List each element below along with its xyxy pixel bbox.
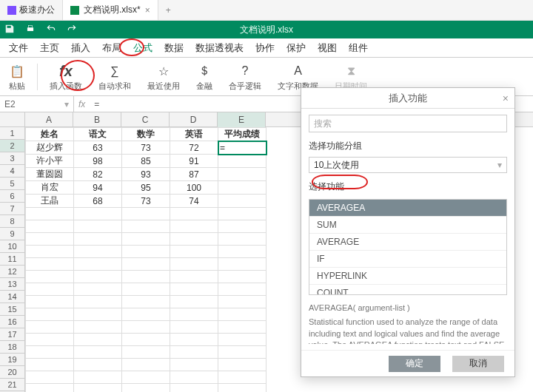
cell[interactable]: [218, 168, 266, 181]
function-item-average[interactable]: AVERAGE: [309, 234, 506, 251]
close-panel-icon[interactable]: ×: [503, 92, 509, 104]
cell[interactable]: [218, 258, 266, 271]
cell[interactable]: [218, 195, 266, 208]
cell[interactable]: [170, 271, 218, 283]
col-A[interactable]: A: [25, 112, 73, 127]
cell[interactable]: [74, 271, 122, 283]
cell[interactable]: 93: [122, 168, 170, 181]
cell[interactable]: 73: [122, 195, 170, 208]
cell[interactable]: [26, 346, 74, 359]
cell[interactable]: [74, 371, 122, 384]
cell[interactable]: [218, 220, 266, 233]
cell[interactable]: [26, 384, 74, 393]
cell[interactable]: [170, 359, 218, 371]
col-C[interactable]: C: [121, 112, 170, 127]
row-14[interactable]: 14: [0, 291, 24, 303]
cell[interactable]: 许小平: [26, 155, 74, 168]
document-tab[interactable]: 文档说明.xlsx* ×: [62, 0, 158, 20]
cell[interactable]: [218, 334, 266, 346]
cell[interactable]: [218, 155, 266, 168]
header-cell[interactable]: 平均成绩: [218, 128, 266, 141]
cell[interactable]: [122, 296, 170, 308]
header-cell[interactable]: 英语: [170, 128, 218, 141]
chevron-down-icon[interactable]: ▾: [64, 99, 69, 109]
recent-button[interactable]: ☆ 最近使用: [143, 61, 184, 92]
cell[interactable]: [26, 308, 74, 321]
cell[interactable]: 68: [74, 195, 122, 208]
name-box[interactable]: E2 ▾: [0, 96, 74, 112]
col-D[interactable]: D: [170, 112, 218, 127]
menu-collab[interactable]: 协作: [255, 41, 275, 55]
cell[interactable]: 74: [170, 195, 218, 208]
menu-formula[interactable]: 公式: [133, 41, 152, 55]
row-5[interactable]: 5: [0, 178, 24, 190]
cell[interactable]: [122, 271, 170, 283]
row-6[interactable]: 6: [0, 190, 24, 203]
cell[interactable]: [170, 321, 218, 334]
cell[interactable]: 肖宏: [26, 181, 74, 195]
cell[interactable]: [26, 220, 74, 233]
row-8[interactable]: 8: [0, 215, 24, 228]
cell[interactable]: [218, 246, 266, 258]
cell[interactable]: [26, 246, 74, 258]
cell[interactable]: [218, 181, 266, 195]
cell[interactable]: [26, 208, 74, 220]
row-3[interactable]: 3: [0, 152, 24, 165]
row-12[interactable]: 12: [0, 266, 24, 278]
cell[interactable]: 98: [74, 155, 122, 168]
cell[interactable]: [170, 296, 218, 308]
cell[interactable]: [26, 271, 74, 283]
cell[interactable]: 85: [122, 155, 170, 168]
function-list[interactable]: AVERAGEASUMAVERAGEIFHYPERLINKCOUNTMAX: [309, 199, 507, 295]
close-tab-icon[interactable]: ×: [145, 5, 150, 16]
undo-icon[interactable]: [46, 24, 56, 36]
row-16[interactable]: 16: [0, 316, 24, 328]
cell[interactable]: 91: [170, 155, 218, 168]
menu-protect[interactable]: 保护: [286, 41, 306, 55]
cell[interactable]: 赵少辉: [26, 141, 74, 155]
cell[interactable]: [122, 258, 170, 271]
cell[interactable]: [218, 384, 266, 393]
autosum-button[interactable]: ∑ 自动求和: [94, 61, 135, 92]
cell[interactable]: [218, 296, 266, 308]
print-icon[interactable]: [25, 24, 36, 36]
row-17[interactable]: 17: [0, 328, 24, 341]
cell[interactable]: [218, 233, 266, 246]
menu-file[interactable]: 文件: [9, 41, 28, 55]
cell[interactable]: [170, 258, 218, 271]
cell[interactable]: [218, 271, 266, 283]
cancel-button[interactable]: 取消: [452, 356, 504, 372]
cell[interactable]: [122, 334, 170, 346]
header-cell[interactable]: 语文: [74, 128, 122, 141]
cell[interactable]: [170, 246, 218, 258]
cell[interactable]: [122, 233, 170, 246]
row-15[interactable]: 15: [0, 303, 24, 316]
cell[interactable]: 95: [122, 181, 170, 195]
cell[interactable]: [74, 296, 122, 308]
cell[interactable]: [74, 321, 122, 334]
cell[interactable]: [122, 208, 170, 220]
redo-icon[interactable]: [67, 24, 77, 36]
cell[interactable]: [170, 308, 218, 321]
new-tab-button[interactable]: +: [158, 5, 178, 16]
cell[interactable]: [122, 308, 170, 321]
cell[interactable]: [74, 220, 122, 233]
col-E[interactable]: E: [218, 112, 266, 127]
header-cell[interactable]: 数学: [122, 128, 170, 141]
cell[interactable]: [26, 371, 74, 384]
cell[interactable]: 82: [74, 168, 122, 181]
header-cell[interactable]: 姓名: [26, 128, 74, 141]
cell[interactable]: [218, 208, 266, 220]
row-7[interactable]: 7: [0, 203, 24, 215]
function-search-input[interactable]: 搜索: [309, 115, 507, 132]
cell[interactable]: [26, 258, 74, 271]
cell[interactable]: [74, 246, 122, 258]
cell[interactable]: 董圆圆: [26, 168, 74, 181]
cell[interactable]: [170, 371, 218, 384]
cell[interactable]: [122, 246, 170, 258]
app-tab[interactable]: 极速办公: [0, 0, 62, 20]
row-2[interactable]: 2: [0, 140, 24, 152]
cell[interactable]: [170, 220, 218, 233]
row-10[interactable]: 10: [0, 240, 24, 253]
cell[interactable]: [74, 283, 122, 296]
